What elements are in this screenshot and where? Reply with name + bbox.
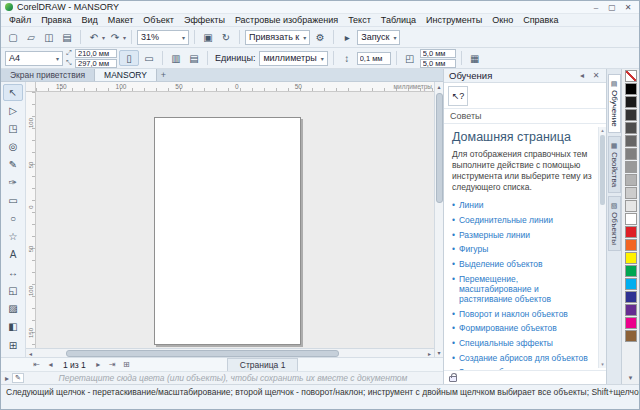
horizontal-scroll-thumb[interactable] <box>66 350 339 357</box>
print-icon[interactable]: ▤ <box>59 29 75 45</box>
ruler-origin-corner[interactable] <box>26 82 36 92</box>
color-swatch[interactable] <box>625 174 637 186</box>
landscape-orientation-button[interactable]: ▭ <box>141 50 157 66</box>
hint-link-shapes[interactable]: Фигуры <box>459 244 488 254</box>
horizontal-scrollbar[interactable]: ◂ ▸ <box>26 348 434 357</box>
redo-dropdown-icon[interactable]: ▾ <box>123 34 126 41</box>
color-swatch[interactable] <box>625 291 637 303</box>
add-page-icon[interactable]: ⊞ <box>121 359 132 370</box>
menu-object[interactable]: Объект <box>138 14 179 27</box>
last-page-icon[interactable]: ⇥ <box>107 359 118 370</box>
docker-scroll-thumb[interactable] <box>600 135 605 205</box>
color-swatch[interactable] <box>625 96 637 108</box>
page-size-preset-combo[interactable]: A4 ▾ <box>5 51 63 66</box>
current-page-button[interactable]: ▤ <box>186 50 202 66</box>
launch-dropdown[interactable]: Запуск ▾ <box>357 30 400 45</box>
no-color-swatch[interactable] <box>625 70 637 82</box>
menu-file[interactable]: Файл <box>4 14 36 27</box>
zoom-tool[interactable]: ◎ <box>3 138 23 155</box>
docker-scroll-track[interactable] <box>599 134 607 361</box>
freehand-tool[interactable]: ✎ <box>3 156 23 173</box>
nudge-distance-input[interactable] <box>357 52 391 65</box>
rectangle-tool[interactable]: ▭ <box>3 192 23 209</box>
vertical-scroll-thumb[interactable] <box>436 93 443 203</box>
color-swatch[interactable] <box>625 317 637 329</box>
color-swatch[interactable] <box>625 278 637 290</box>
menu-edit[interactable]: Правка <box>36 14 76 27</box>
minimize-button[interactable]: – <box>589 2 603 13</box>
crop-tool[interactable]: ◳ <box>3 120 23 137</box>
color-swatch[interactable] <box>625 226 637 238</box>
next-page-icon[interactable]: ▸ <box>93 359 104 370</box>
previous-page-icon[interactable]: ◂ <box>45 359 56 370</box>
color-swatch[interactable] <box>625 200 637 212</box>
new-tab-button[interactable]: + <box>157 69 170 81</box>
dimension-tool[interactable]: ↔ <box>3 264 23 281</box>
options-gear-icon[interactable]: ⚙ <box>312 29 328 45</box>
portrait-orientation-button[interactable]: ▯ <box>119 50 139 66</box>
vertical-scrollbar[interactable]: ▴ ▾ <box>434 82 443 357</box>
drawing-canvas[interactable] <box>36 92 434 348</box>
horizontal-ruler[interactable]: 150 100 50 0 50 миллиметры <box>36 82 434 92</box>
menu-window[interactable]: Окно <box>487 14 518 27</box>
color-swatch[interactable] <box>625 265 637 277</box>
maximize-button[interactable]: ▢ <box>605 2 619 13</box>
document-page[interactable] <box>154 117 301 345</box>
menu-layout[interactable]: Макет <box>103 14 138 27</box>
color-swatch[interactable] <box>625 252 637 264</box>
full-screen-preview-icon[interactable]: ▣ <box>200 29 216 45</box>
new-document-icon[interactable]: ▢ <box>5 29 21 45</box>
color-swatch[interactable] <box>625 304 637 316</box>
menu-bitmaps[interactable]: Растровые изображения <box>230 14 343 27</box>
color-swatch[interactable] <box>625 109 637 121</box>
hint-link-shaping-objects[interactable]: Формирование объектов <box>459 323 557 333</box>
menu-tools[interactable]: Инструменты <box>421 14 487 27</box>
hint-link-special-effects[interactable]: Специальные эффекты <box>459 338 553 348</box>
hint-link-selecting-objects[interactable]: Выделение объектов <box>459 259 543 269</box>
docker-tab-hints[interactable]: ▤ Обучение <box>608 74 621 133</box>
units-combo[interactable]: миллиметры ▾ <box>259 51 327 66</box>
hint-link-dimension-lines[interactable]: Размерные линии <box>459 230 530 240</box>
text-tool[interactable]: А <box>3 246 23 263</box>
zoom-level-combo[interactable]: 31% ▾ <box>137 30 189 45</box>
toolbox-customize-icon[interactable]: ⊞ <box>3 337 23 354</box>
transparency-tool[interactable]: ▨ <box>3 300 23 317</box>
snap-to-dropdown[interactable]: Привязать к ▾ <box>245 30 310 45</box>
palette-expand-icon[interactable]: ▾ <box>629 374 633 382</box>
hint-link-outlines[interactable]: Создание абрисов для объектов <box>459 353 588 363</box>
scroll-up-icon[interactable]: ▴ <box>601 127 604 134</box>
color-swatch[interactable] <box>625 148 637 160</box>
color-swatch[interactable] <box>625 161 637 173</box>
docker-close-icon[interactable]: ✕ <box>591 71 601 80</box>
scroll-down-icon[interactable]: ▾ <box>601 361 604 368</box>
menu-table[interactable]: Таблица <box>376 14 421 27</box>
hint-link-connector-lines[interactable]: Соединительные линии <box>459 215 553 225</box>
color-swatch[interactable] <box>625 83 637 95</box>
polygon-tool[interactable]: ☆ <box>3 228 23 245</box>
palette-flyout-icon[interactable]: ▸ <box>5 374 9 383</box>
undo-dropdown-icon[interactable]: ▾ <box>102 34 105 41</box>
artistic-media-tool[interactable]: ✑ <box>3 174 23 191</box>
pick-tool[interactable]: ↖ <box>3 84 23 101</box>
horizontal-scroll-track[interactable] <box>35 349 425 358</box>
first-page-icon[interactable]: ⇤ <box>31 359 42 370</box>
undo-icon[interactable]: ↶ <box>86 29 102 45</box>
shape-tool[interactable]: ▷ <box>3 102 23 119</box>
menu-text[interactable]: Текст <box>343 14 376 27</box>
docker-tab-properties[interactable]: ▦ Свойства <box>608 136 621 193</box>
all-pages-button[interactable]: ▥ <box>168 50 184 66</box>
close-button[interactable]: ✕ <box>621 2 635 13</box>
color-swatch[interactable] <box>625 239 637 251</box>
vertical-ruler[interactable]: 100 50 0 50 100 150 <box>26 92 36 348</box>
redo-icon[interactable]: ↷ <box>107 29 123 45</box>
grid-options-icon[interactable]: ▦ <box>467 50 483 66</box>
launcher-icon[interactable]: ▸ <box>339 29 355 45</box>
docker-tab-objects[interactable]: ▧ Объекты <box>608 196 621 251</box>
tab-document-mansory[interactable]: MANSORY <box>95 69 157 81</box>
whats-this-pointer-icon[interactable]: ↖? <box>448 86 468 106</box>
duplicate-y-input[interactable] <box>420 59 456 68</box>
color-swatch[interactable] <box>625 213 637 225</box>
interactive-fill-tool[interactable]: ◧ <box>3 318 23 335</box>
docker-scrollbar[interactable]: ▴ ▾ <box>598 127 606 368</box>
ellipse-tool[interactable]: ○ <box>3 210 23 227</box>
